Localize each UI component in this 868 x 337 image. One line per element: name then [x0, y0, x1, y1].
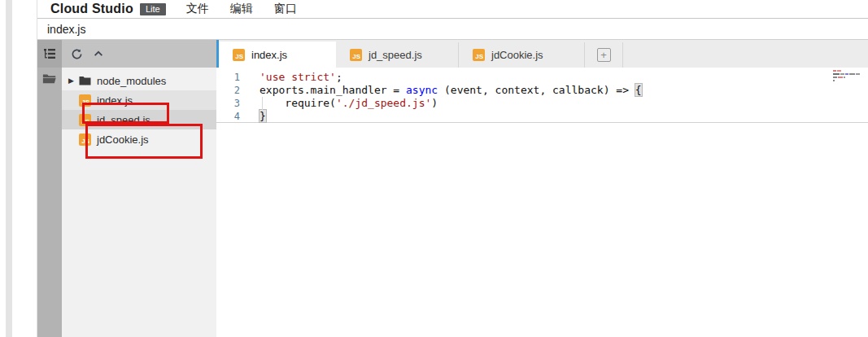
tree-view-icon	[43, 47, 56, 60]
code-line-3[interactable]: 3 require('./jd_speed.js')	[216, 97, 868, 110]
tab-jdcookie-js[interactable]: JSjdCookie.js	[459, 42, 585, 68]
active-group-indicator	[216, 40, 219, 68]
tree-item-jdcookie-js[interactable]: JSjdCookie.js	[62, 129, 216, 149]
collapse-up-icon[interactable]	[91, 46, 106, 61]
js-file-icon: JS	[79, 94, 91, 107]
line-number: 4	[216, 110, 247, 122]
tab-label: jd_speed.js	[369, 49, 422, 61]
tab-label: jdCookie.js	[491, 49, 543, 61]
breadcrumb-row: index.js	[37, 19, 868, 40]
tree-item-label: index.js	[97, 94, 133, 107]
indent-guide	[262, 97, 263, 110]
tab-label: index.js	[251, 49, 287, 61]
code-line-4[interactable]: 4}	[216, 110, 868, 123]
js-file-icon: JS	[233, 49, 245, 61]
minimap-line-3	[833, 77, 864, 78]
sidebar-body: ▶node_modulesJSindex.jsJSjd_speed.jsJSjd…	[37, 68, 216, 337]
plus-icon: +	[597, 48, 611, 62]
js-file-icon: JS	[79, 114, 91, 126]
code-editor[interactable]: 1'use strict';2exports.main_handler = as…	[216, 68, 868, 337]
explorer-view-button[interactable]	[37, 40, 62, 68]
tree-item-label: jd_speed.js	[97, 114, 150, 126]
folder-icon[interactable]	[42, 71, 57, 85]
menubar: Cloud Studio Lite 文件编辑窗口	[37, 0, 868, 19]
tree-item-label: jdCookie.js	[97, 133, 149, 146]
js-file-icon: JS	[473, 49, 485, 61]
minimap[interactable]	[833, 68, 864, 83]
tree-item-jd_speed-js[interactable]: JSjd_speed.js	[62, 110, 216, 129]
menu-item-0[interactable]: 文件	[176, 2, 220, 16]
menu-item-2[interactable]: 窗口	[264, 2, 308, 16]
menu-items: 文件编辑窗口	[176, 2, 308, 16]
code-line-1[interactable]: 1'use strict';	[216, 71, 868, 84]
minimap-line-2	[833, 73, 864, 75]
line-number: 1	[216, 71, 247, 84]
tab-bar: JSindex.jsJSjd_speed.jsJSjdCookie.js+	[216, 40, 868, 68]
tree-toolbar	[62, 40, 216, 68]
tree-item-label: node_modules	[97, 75, 166, 87]
cloud-studio-app: Cloud Studio Lite 文件编辑窗口 index.js	[37, 0, 868, 337]
lite-badge: Lite	[140, 3, 166, 15]
code-text: exports.main_handler = async (event, con…	[247, 84, 868, 97]
app-title: Cloud Studio	[50, 2, 133, 16]
menu-item-1[interactable]: 编辑	[220, 2, 264, 16]
code-text: 'use strict';	[247, 71, 868, 84]
minimap-line-1	[833, 70, 864, 72]
js-file-icon: JS	[350, 49, 362, 61]
line-number: 2	[216, 84, 247, 97]
tree-item-index-js[interactable]: JSindex.js	[62, 90, 216, 110]
tree-item-node_modules[interactable]: ▶node_modules	[62, 71, 216, 90]
folder-closed-icon	[79, 76, 91, 85]
code-text: }	[247, 110, 868, 122]
js-file-icon: JS	[79, 133, 91, 146]
tab-jd_speed-js[interactable]: JSjd_speed.js	[336, 42, 459, 68]
code-line-2[interactable]: 2exports.main_handler = async (event, co…	[216, 84, 868, 97]
file-tree: ▶node_modulesJSindex.jsJSjd_speed.jsJSjd…	[62, 68, 216, 337]
refresh-icon[interactable]	[69, 46, 84, 61]
activity-bar	[37, 68, 62, 337]
sidebar: ▶node_modulesJSindex.jsJSjd_speed.jsJSjd…	[37, 40, 216, 337]
minimap-line-4	[833, 80, 864, 81]
line-number: 3	[216, 97, 247, 110]
page-scrollbar[interactable]	[6, 0, 12, 337]
explorer-header	[37, 40, 216, 68]
breadcrumb: index.js	[47, 23, 85, 36]
editor-group: JSindex.jsJSjd_speed.jsJSjdCookie.js+ 1'…	[216, 40, 868, 337]
chevron-right-icon[interactable]: ▶	[68, 77, 76, 85]
new-tab-button[interactable]: +	[585, 42, 623, 68]
code-text: require('./jd_speed.js')	[247, 97, 868, 110]
main-area: ▶node_modulesJSindex.jsJSjd_speed.jsJSjd…	[37, 40, 868, 337]
tab-index-js[interactable]: JSindex.js	[219, 42, 336, 68]
